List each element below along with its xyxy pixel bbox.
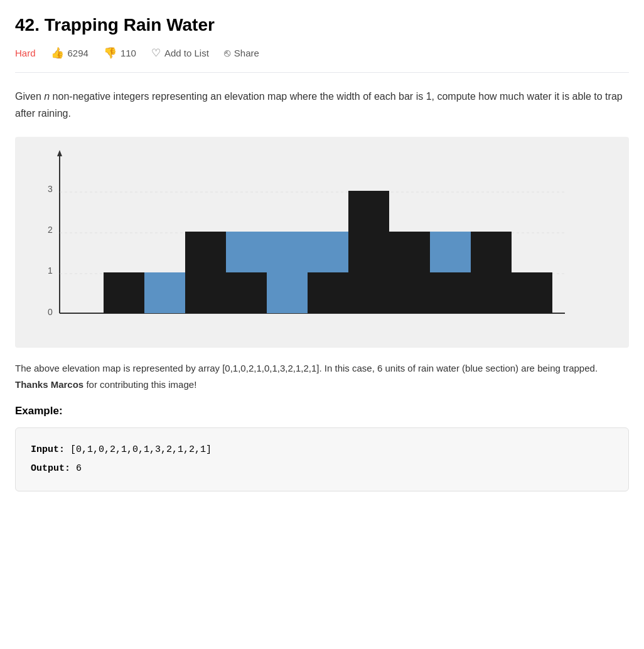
input-value: [0,1,0,2,1,0,1,3,2,1,2,1] [65,444,212,455]
page-container: 42. Trapping Rain Water Hard 👍 6294 👎 11… [0,0,644,507]
description-part2: non-negative integers representing an el… [15,91,623,119]
svg-marker-1 [57,150,62,156]
svg-rect-20 [430,272,471,313]
svg-rect-21 [430,232,471,272]
meta-row: Hard 👍 6294 👎 110 ♡ Add to List ⎋ Share [15,46,629,73]
svg-rect-10 [104,272,144,313]
example-heading: Example: [15,405,629,417]
heart-icon: ♡ [151,46,161,60]
svg-rect-23 [512,272,552,313]
output-line: Output: 6 [31,459,613,478]
svg-rect-13 [226,272,267,313]
output-keyword: Output: [31,463,70,474]
svg-rect-14 [226,232,267,272]
chart-svg: 0 1 2 3 [25,147,619,338]
svg-text:0: 0 [48,307,53,317]
svg-rect-16 [308,272,348,313]
svg-text:2: 2 [48,225,53,235]
caption-end: for contributing this image! [83,379,196,390]
input-line: Input: [0,1,0,2,1,0,1,3,2,1,2,1] [31,441,613,459]
downvote-count: 110 [121,48,136,58]
svg-rect-11 [144,272,185,313]
svg-rect-18 [348,191,389,313]
share-label: Share [234,48,259,58]
svg-rect-17 [308,232,348,272]
svg-rect-15 [267,232,308,313]
add-to-list-button[interactable]: ♡ Add to List [151,46,209,60]
share-icon: ⎋ [224,47,230,60]
description-part1: Given [15,91,44,102]
svg-rect-19 [389,232,430,313]
upvote-button[interactable]: 👍 6294 [51,46,89,60]
svg-text:1: 1 [48,266,53,276]
input-keyword: Input: [31,444,65,455]
caption-bold: Thanks Marcos [15,379,83,390]
description: Given n non-negative integers representi… [15,88,629,122]
output-value: 6 [70,463,82,474]
problem-title: 42. Trapping Rain Water [15,15,629,35]
add-to-list-label: Add to List [164,48,209,58]
thumbs-down-icon: 👎 [104,46,117,60]
svg-text:3: 3 [48,184,53,194]
share-button[interactable]: ⎋ Share [224,47,259,60]
svg-rect-12 [185,232,226,313]
downvote-button[interactable]: 👎 110 [104,46,136,60]
thumbs-up-icon: 👍 [51,46,64,60]
chart-container: 0 1 2 3 [15,137,629,348]
difficulty-badge[interactable]: Hard [15,48,36,58]
caption-text: The above elevation map is represented b… [15,363,598,373]
description-italic: n [44,91,50,102]
code-block: Input: [0,1,0,2,1,0,1,3,2,1,2,1] Output:… [15,427,629,491]
upvote-count: 6294 [68,48,89,58]
svg-rect-22 [471,232,512,313]
caption: The above elevation map is represented b… [15,360,629,392]
